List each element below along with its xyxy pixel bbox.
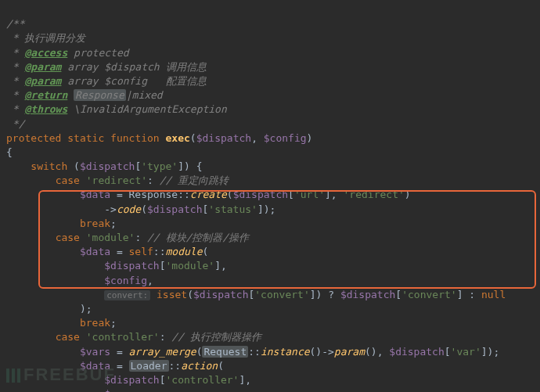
docblock-line: * @throws \InvalidArgumentException: [6, 103, 227, 115]
request-highlight: Request: [202, 346, 248, 358]
code-editor: /** * 执行调用分发 * @access protected * @para…: [6, 3, 540, 392]
docblock-line: * 执行调用分发: [6, 32, 85, 44]
docblock-line: */: [6, 118, 24, 130]
brace-open: {: [6, 146, 13, 158]
watermark-text: FREEBUF: [23, 363, 116, 387]
switch-kw: switch: [31, 160, 67, 172]
docblock-line: /**: [6, 18, 24, 30]
docblock-line: * @param array $config 配置信息: [6, 75, 207, 87]
watermark: FREEBUF: [6, 363, 116, 387]
case-module: case: [56, 232, 80, 243]
return-type-highlight: Response: [74, 89, 126, 101]
docblock-line: * @return Response|mixed: [6, 89, 163, 101]
function-signature: protected static function exec($dispatch…: [6, 132, 312, 144]
loader-highlight: Loader: [129, 360, 169, 372]
param-hint-convert: convert:: [104, 290, 150, 300]
watermark-bars-icon: [6, 369, 20, 383]
docblock-line: * @param array $dispatch 调用信息: [6, 61, 207, 73]
case-controller: case: [56, 331, 80, 343]
docblock-line: * @access protected: [6, 47, 129, 59]
case-redirect: case: [56, 174, 80, 186]
